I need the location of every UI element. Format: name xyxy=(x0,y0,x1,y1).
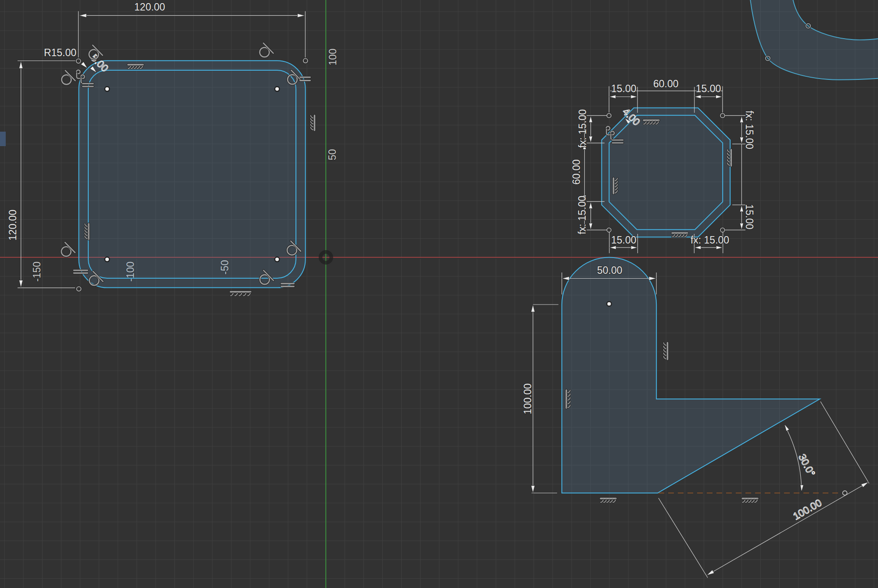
svg-text:120.00: 120.00 xyxy=(134,1,165,13)
svg-text:fx: 15.00: fx: 15.00 xyxy=(744,111,755,149)
svg-text:fx: 15.00: fx: 15.00 xyxy=(577,109,588,148)
svg-text:50: 50 xyxy=(327,149,338,161)
svg-text:60.00: 60.00 xyxy=(653,78,679,90)
svg-text:15.00: 15.00 xyxy=(696,83,721,94)
svg-text:120.00: 120.00 xyxy=(7,210,18,240)
svg-text:60.00: 60.00 xyxy=(571,159,582,185)
svg-text:15.00: 15.00 xyxy=(611,83,637,94)
svg-text:R15.00: R15.00 xyxy=(44,47,76,58)
svg-text:15.00: 15.00 xyxy=(611,234,637,246)
svg-text:50.00: 50.00 xyxy=(597,265,623,276)
svg-text:-150: -150 xyxy=(31,262,43,282)
svg-text:fx: 15.00: fx: 15.00 xyxy=(691,234,729,246)
svg-text:fx: 15.00: fx: 15.00 xyxy=(576,196,588,234)
svg-text:15.00: 15.00 xyxy=(744,204,755,229)
svg-text:100.00: 100.00 xyxy=(522,384,533,414)
svg-text:100: 100 xyxy=(327,49,338,65)
